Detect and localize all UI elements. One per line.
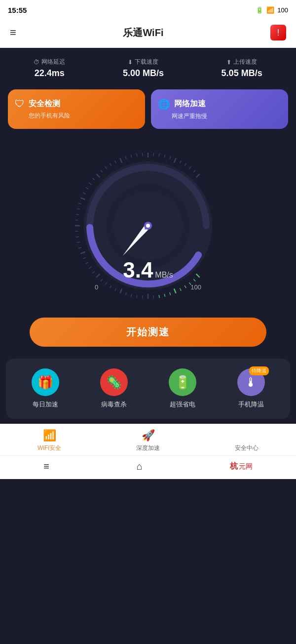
network-card-title: 网络加速 xyxy=(174,99,206,109)
wifi-icon: 📶 xyxy=(266,6,274,14)
svg-line-8 xyxy=(159,295,159,298)
quick-actions: 🎁 每日加速 🦠 病毒查杀 🔋 超强省电 🌡 待降温 手机降温 xyxy=(6,359,290,419)
speed-min: 0 xyxy=(95,283,98,291)
daily-boost-icon: 🎁 xyxy=(32,368,59,396)
quick-action-virus-scan[interactable]: 🦠 病毒查杀 xyxy=(100,368,128,409)
svg-line-52 xyxy=(159,154,159,157)
sys-menu-button[interactable]: ≡ xyxy=(43,461,49,472)
svg-line-6 xyxy=(170,292,171,295)
latency-icon: ⏱ xyxy=(34,59,39,66)
alert-icon: ! xyxy=(277,28,279,38)
svg-line-26 xyxy=(78,247,81,248)
action-cards: 🛡 安全检测 您的手机有风险 🌐 网络加速 网速严重拖慢 xyxy=(0,85,296,137)
svg-line-25 xyxy=(80,252,85,254)
network-card-icon: 🌐 xyxy=(158,98,170,110)
svg-line-60 xyxy=(196,174,200,177)
cooling-badge: 待降温 xyxy=(249,366,269,375)
latency-stat: ⏱ 网络延迟 22.4ms xyxy=(34,58,65,79)
upload-value: 5.05 MB/s xyxy=(222,68,262,79)
svg-line-35 xyxy=(80,198,85,200)
quick-action-daily-boost[interactable]: 🎁 每日加速 xyxy=(32,368,59,409)
svg-line-13 xyxy=(131,294,131,297)
status-icons: 🔋 📶 100 xyxy=(256,6,288,14)
svg-line-44 xyxy=(115,161,116,163)
download-value: 5.00 MB/s xyxy=(123,68,164,79)
nav-wifi-security[interactable]: 📶 WiFi安全 xyxy=(0,429,99,452)
app-header: ≡ 乐通WiFi ! xyxy=(0,20,296,48)
security-card[interactable]: 🛡 安全检测 您的手机有风险 xyxy=(8,89,145,129)
svg-line-57 xyxy=(185,163,186,166)
latency-value: 22.4ms xyxy=(34,68,65,79)
svg-line-34 xyxy=(78,203,81,204)
shield-alert-button[interactable]: ! xyxy=(270,25,286,40)
virus-scan-icon: 🦠 xyxy=(100,368,128,396)
svg-line-20 xyxy=(96,274,100,278)
quick-action-power-save[interactable]: 🔋 超强省电 xyxy=(169,368,196,409)
network-card[interactable]: 🌐 网络加速 网速严重拖慢 xyxy=(151,89,288,129)
security-nav-icon: 🛡 xyxy=(241,429,252,442)
bottom-navigation: 📶 WiFi安全 🚀 深度加速 🛡 安全中心 xyxy=(0,424,296,455)
speed-max: 100 xyxy=(190,283,201,291)
svg-line-48 xyxy=(137,154,137,157)
svg-line-23 xyxy=(86,262,88,264)
svg-line-54 xyxy=(170,156,171,159)
svg-line-38 xyxy=(89,183,91,185)
svg-line-1 xyxy=(193,279,195,282)
boost-nav-icon: 🚀 xyxy=(142,429,155,442)
battery-full: 100 xyxy=(277,6,288,14)
svg-line-55 xyxy=(174,158,176,162)
nav-security-center[interactable]: 🛡 安全中心 xyxy=(197,429,296,452)
svg-line-42 xyxy=(105,166,107,169)
power-save-icon: 🔋 xyxy=(169,368,196,396)
svg-line-14 xyxy=(125,292,126,295)
app-title: 乐通WiFi xyxy=(123,26,163,40)
upload-stat: ⬆ 上传速度 5.05 MB/s xyxy=(222,58,262,79)
cooling-label: 手机降温 xyxy=(238,400,264,409)
sys-home-button[interactable]: ⌂ xyxy=(137,461,143,472)
wifi-nav-label: WiFi安全 xyxy=(37,444,61,452)
wifi-nav-icon: 📶 xyxy=(43,429,56,442)
svg-line-28 xyxy=(76,237,79,237)
svg-line-45 xyxy=(120,158,122,162)
network-card-subtitle: 网速严重拖慢 xyxy=(158,112,281,121)
svg-line-33 xyxy=(77,208,80,209)
start-button-container: 开始测速 xyxy=(0,310,296,359)
security-nav-label: 安全中心 xyxy=(235,444,259,452)
battery-icon: 🔋 xyxy=(256,6,263,14)
svg-line-21 xyxy=(92,271,95,273)
security-card-icon: 🛡 xyxy=(15,98,25,110)
speedometer: 3.4 MB/s 0 100 xyxy=(0,137,296,310)
quick-action-cooling[interactable]: 🌡 待降温 手机降温 xyxy=(237,368,265,409)
svg-line-59 xyxy=(193,170,195,172)
speed-value: 3.4 xyxy=(123,258,153,282)
main-content: ⏱ 网络延迟 22.4ms ⬇ 下载速度 5.00 MB/s ⬆ 上传速度 5.… xyxy=(0,48,296,419)
security-card-subtitle: 您的手机有风险 xyxy=(15,112,138,120)
svg-line-19 xyxy=(101,279,103,282)
svg-line-56 xyxy=(180,161,181,163)
watermark-area: 杭 元网 xyxy=(230,461,253,472)
svg-line-36 xyxy=(83,193,85,194)
download-icon: ⬇ xyxy=(128,59,133,66)
status-bar: 15:55 🔋 📶 100 xyxy=(0,0,296,20)
svg-line-39 xyxy=(92,178,95,180)
svg-line-58 xyxy=(189,166,191,169)
start-speed-test-button[interactable]: 开始测速 xyxy=(30,318,266,347)
power-save-label: 超强省电 xyxy=(170,400,195,409)
svg-point-68 xyxy=(146,224,150,228)
menu-button[interactable]: ≡ xyxy=(10,26,16,39)
svg-line-43 xyxy=(110,163,111,166)
svg-line-32 xyxy=(76,214,79,215)
download-stat: ⬇ 下载速度 5.00 MB/s xyxy=(123,58,164,79)
virus-scan-label: 病毒查杀 xyxy=(101,400,127,409)
upload-icon: ⬆ xyxy=(226,59,231,66)
status-time: 15:55 xyxy=(8,6,27,14)
nav-deep-boost[interactable]: 🚀 深度加速 xyxy=(99,429,197,452)
watermark-sub: 元网 xyxy=(239,462,253,471)
svg-line-22 xyxy=(89,267,91,269)
boost-nav-label: 深度加速 xyxy=(136,444,160,452)
system-navigation: ≡ ⌂ 杭 元网 xyxy=(0,455,296,479)
svg-line-27 xyxy=(77,242,80,242)
svg-line-47 xyxy=(131,155,131,158)
security-card-title: 安全检测 xyxy=(29,99,60,109)
svg-line-7 xyxy=(164,294,165,297)
